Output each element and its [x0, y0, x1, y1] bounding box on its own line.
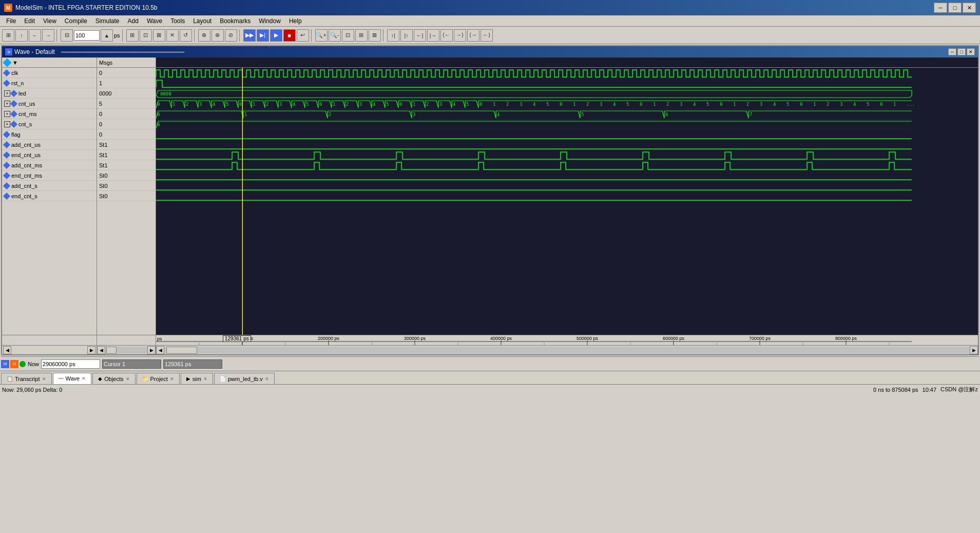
cursor-tooltip-text: 129361 ps — [225, 336, 249, 341]
tab-transcript-close[interactable]: ✕ — [42, 376, 46, 382]
signal-row-cnt_us[interactable]: + cnt_us — [2, 99, 97, 109]
wave-close-btn[interactable]: ✕ — [967, 48, 975, 55]
menu-tools[interactable]: Tools — [166, 16, 189, 26]
tb-cursor-4[interactable]: |→ — [427, 29, 439, 42]
tab-verilog-close[interactable]: ✕ — [265, 376, 269, 382]
signal-row-flag[interactable]: flag — [2, 129, 97, 140]
tab-sim-close[interactable]: ✕ — [203, 376, 207, 382]
tb-btn-6[interactable]: ▲ — [101, 29, 113, 42]
menu-compile[interactable]: Compile — [61, 16, 91, 26]
tb-btn-10[interactable]: ✕ — [166, 29, 179, 42]
tb-btn-14[interactable]: ⊘ — [225, 29, 237, 42]
svg-text:700000 ps: 700000 ps — [749, 336, 771, 341]
scroll-left-btn-1[interactable]: ◀ — [3, 346, 11, 354]
menu-help[interactable]: Help — [285, 16, 306, 26]
menu-wave[interactable]: Wave — [143, 16, 166, 26]
tb-cursor-8[interactable]: ←⟩ — [481, 29, 493, 42]
svg-text:3: 3 — [413, 112, 415, 117]
menu-window[interactable]: Window — [255, 16, 285, 26]
svg-text:0: 0 — [157, 102, 160, 107]
minimize-button[interactable]: ─ — [934, 3, 947, 13]
signal-row-add_cnt_ms[interactable]: add_cnt_ms — [2, 160, 97, 170]
signal-row-cnt_s[interactable]: + cnt_s — [2, 119, 97, 129]
tab-objects[interactable]: ◆ Objects ✕ — [92, 373, 135, 384]
tb-zoom-sel[interactable]: ⊞ — [355, 29, 368, 42]
tab-project[interactable]: 📁 Project ✕ — [137, 373, 180, 384]
signal-row-clk[interactable]: clk — [2, 68, 97, 78]
tb-cursor-2[interactable]: |↑ — [400, 29, 413, 42]
menu-add[interactable]: Add — [124, 16, 143, 26]
tb-cursor-7[interactable]: ⟨→ — [467, 29, 479, 42]
tb-zoom-fit[interactable]: ⊡ — [342, 29, 354, 42]
menu-file[interactable]: File — [2, 16, 20, 26]
wave-display[interactable]: 0000 0 1 2 3 4 5 0 1 — [156, 68, 978, 335]
scroll-main-left[interactable]: ◀ — [156, 346, 164, 354]
val-cnt_ms: 0 — [99, 111, 102, 117]
tab-sim-icon: ▶ — [186, 376, 190, 382]
signal-row-rst_n[interactable]: rst_n — [2, 78, 97, 88]
tb-zoom-in[interactable]: 🔍+ — [315, 29, 328, 42]
menu-layout[interactable]: Layout — [189, 16, 216, 26]
scroll-main-right[interactable]: ▶ — [970, 346, 978, 354]
scroll-right-btn-2[interactable]: ▶ — [147, 346, 156, 354]
hscroll-track[interactable] — [164, 347, 970, 354]
wave-minimize-btn[interactable]: ─ — [948, 48, 956, 55]
tb-cursor-5[interactable]: ⟨← — [440, 29, 453, 42]
signal-row-add_cnt_us[interactable]: add_cnt_us — [2, 140, 97, 150]
tab-sim[interactable]: ▶ sim ✕ — [181, 373, 213, 384]
toolbar-sep-6 — [383, 29, 385, 42]
tb-zoom-out[interactable]: 🔍- — [329, 29, 341, 42]
menu-edit[interactable]: Edit — [20, 16, 39, 26]
wave-title-left: ≋ Wave - Default ━━━━━━━━━━━━━━━━━━━━━━━… — [5, 48, 184, 55]
menu-bookmarks[interactable]: Bookmarks — [216, 16, 255, 26]
signal-row-end_cnt_us[interactable]: end_cnt_us — [2, 150, 97, 160]
tb-btn-7[interactable]: ⊞ — [126, 29, 139, 42]
expand-cnt_s[interactable]: + — [4, 121, 10, 127]
tab-transcript[interactable]: 📋 Transcript ✕ — [1, 373, 52, 384]
maximize-button[interactable]: □ — [948, 3, 962, 13]
tab-wave[interactable]: 〰 Wave ✕ — [53, 373, 92, 384]
wave-window: ≋ Wave - Default ━━━━━━━━━━━━━━━━━━━━━━━… — [1, 45, 979, 355]
time-input[interactable] — [74, 30, 100, 41]
tb-btn-8[interactable]: ⊡ — [140, 29, 152, 42]
tb-run[interactable]: ▶ — [270, 29, 282, 42]
scroll-left-btn-2[interactable]: ◀ — [97, 346, 105, 354]
tb-btn-11[interactable]: ↺ — [180, 29, 192, 42]
tb-btn-4[interactable]: → — [42, 29, 54, 42]
tb-cursor-6[interactable]: →⟩ — [454, 29, 466, 42]
tb-stop[interactable]: ■ — [283, 29, 296, 42]
tb-btn-3[interactable]: ← — [29, 29, 41, 42]
tb-zoom-full[interactable]: ⊠ — [369, 29, 381, 42]
expand-led[interactable]: + — [4, 90, 10, 97]
val-rst_n: 1 — [99, 80, 102, 86]
signal-row-end_cnt_ms[interactable]: end_cnt_ms — [2, 170, 97, 181]
tb-run-all[interactable]: ▶▶ — [243, 29, 256, 42]
tb-btn-9[interactable]: ⊠ — [153, 29, 165, 42]
tab-wave-close[interactable]: ✕ — [82, 376, 86, 381]
tb-cursor-3[interactable]: ←| — [414, 29, 426, 42]
menu-simulate[interactable]: Simulate — [91, 16, 124, 26]
signal-row-led[interactable]: + led — [2, 88, 97, 99]
tb-btn-2[interactable]: ↑ — [15, 29, 28, 42]
tb-btn-13[interactable]: ⊗ — [212, 29, 224, 42]
tb-cursor-1[interactable]: ↑| — [387, 29, 399, 42]
tb-btn-12[interactable]: ⊕ — [198, 29, 210, 42]
tab-objects-close[interactable]: ✕ — [126, 376, 130, 382]
signal-row-add_cnt_s[interactable]: add_cnt_s — [2, 181, 97, 191]
signal-row-end_cnt_s[interactable]: end_cnt_s — [2, 191, 97, 201]
close-button[interactable]: ✕ — [963, 3, 976, 13]
scroll-right-btn-1[interactable]: ▶ — [87, 346, 95, 354]
signal-row-cnt_ms[interactable]: + cnt_ms — [2, 109, 97, 119]
hscroll-thumb[interactable] — [166, 347, 197, 354]
scroll-thumb-mid[interactable] — [106, 347, 117, 354]
tb-restart[interactable]: ↩ — [297, 29, 309, 42]
tab-project-close[interactable]: ✕ — [170, 376, 174, 382]
tb-btn-5[interactable]: ⊟ — [61, 29, 73, 42]
tab-verilog[interactable]: 📄 pwm_led_tb.v ✕ — [214, 373, 275, 384]
wave-maximize-btn[interactable]: □ — [957, 48, 966, 55]
expand-cnt_us[interactable]: + — [4, 101, 10, 107]
expand-cnt_ms[interactable]: + — [4, 111, 10, 117]
tb-run-step[interactable]: ▶| — [257, 29, 269, 42]
tb-btn-1[interactable]: ⊞ — [2, 29, 14, 42]
menu-view[interactable]: View — [39, 16, 61, 26]
